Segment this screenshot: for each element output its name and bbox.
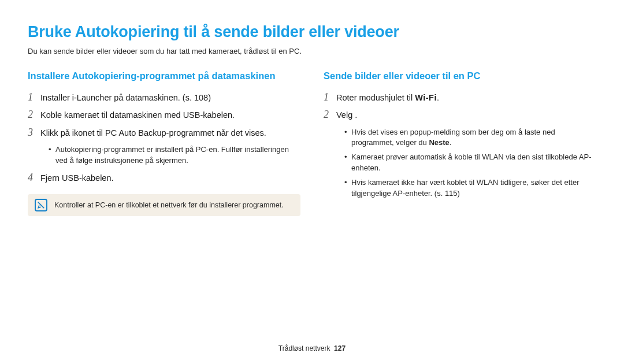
page-title: Bruke Autokopiering til å sende bilder e… — [28, 23, 596, 41]
page-number: 127 — [334, 344, 346, 352]
manual-page: Bruke Autokopiering til å sende bilder e… — [0, 0, 624, 364]
step-number: 3 — [28, 127, 40, 139]
step-text-fragment: Roter modushjulet til — [336, 93, 415, 102]
step-text: Koble kameraet til datamaskinen med USB-… — [40, 109, 235, 121]
step-text: Velg . — [336, 109, 357, 121]
sub-item: Hvis det vises en popup-melding som ber … — [344, 127, 596, 149]
page-footer: Trådløst nettverk 127 — [0, 344, 624, 352]
sub-list: Autokopiering-programmet er installert p… — [28, 144, 300, 166]
step-number: 4 — [28, 172, 40, 184]
note-text: Kontroller at PC-en er tilkoblet et nett… — [54, 201, 284, 209]
sub-item: Autokopiering-programmet er installert p… — [49, 144, 300, 166]
step-number: 1 — [28, 92, 40, 103]
sub-bold: Neste — [429, 138, 449, 147]
step-number: 1 — [324, 92, 336, 103]
step-row: 1 Roter modushjulet til Wi-Fi. — [324, 92, 596, 103]
sub-item: Kameraet prøver automatisk å koble til W… — [344, 152, 596, 174]
step-row: 2 Velg . — [324, 109, 596, 121]
step-row: 4 Fjern USB-kabelen. — [28, 172, 300, 184]
step-text: Fjern USB-kabelen. — [40, 172, 114, 184]
sub-list: Hvis det vises en popup-melding som ber … — [324, 127, 596, 199]
right-column: Sende bilder eller videoer til en PC 1 R… — [324, 70, 596, 216]
step-number: 2 — [28, 109, 40, 121]
step-row: 1 Installer i-Launcher på datamaskinen. … — [28, 92, 300, 103]
step-text: Klikk på ikonet til PC Auto Backup-progr… — [40, 127, 266, 139]
note-callout: Kontroller at PC-en er tilkoblet et nett… — [28, 194, 300, 216]
step-text: Installer i-Launcher på datamaskinen. (s… — [40, 92, 211, 103]
step-row: 3 Klikk på ikonet til PC Auto Backup-pro… — [28, 127, 300, 139]
sub-item: Hvis kameraet ikke har vært koblet til W… — [344, 177, 596, 199]
sub-text: Hvis det vises en popup-melding som ber … — [351, 128, 555, 147]
intro-text: Du kan sende bilder eller videoer som du… — [28, 47, 596, 55]
step-text: Roter modushjulet til Wi-Fi. — [336, 92, 439, 103]
right-heading: Sende bilder eller videoer til en PC — [324, 70, 596, 81]
sub-text: . — [450, 138, 452, 147]
two-column-layout: Installere Autokopiering-programmet på d… — [28, 70, 596, 216]
step-row: 2 Koble kameraet til datamaskinen med US… — [28, 109, 300, 121]
step-number: 2 — [324, 109, 336, 121]
step-text-fragment: . — [437, 93, 439, 102]
left-column: Installere Autokopiering-programmet på d… — [28, 70, 300, 216]
note-icon — [35, 199, 47, 211]
wifi-label: Wi-Fi — [415, 93, 437, 102]
left-heading: Installere Autokopiering-programmet på d… — [28, 70, 300, 81]
footer-label: Trådløst nettverk — [278, 344, 330, 352]
